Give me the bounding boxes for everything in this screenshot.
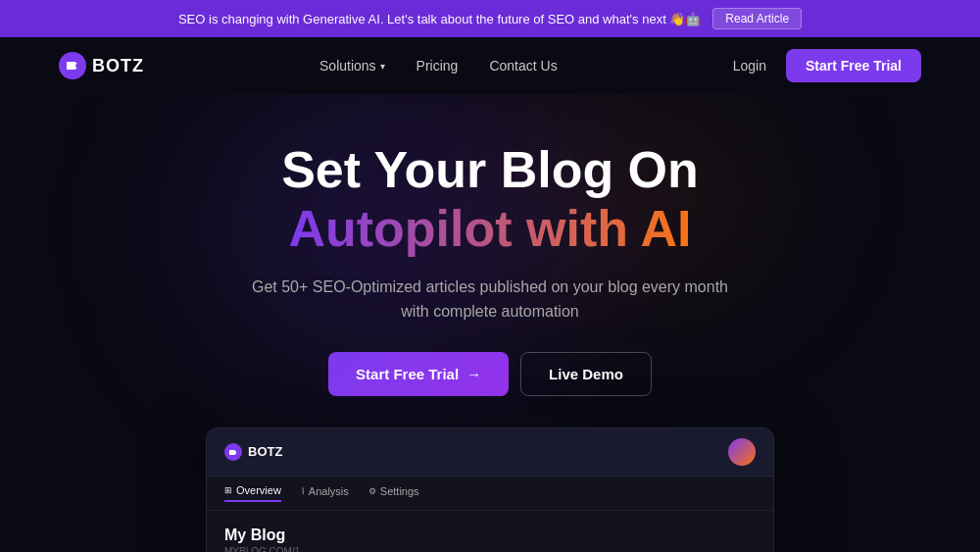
logo-icon xyxy=(59,52,86,79)
tab-overview[interactable]: ⊞ Overview xyxy=(224,484,281,502)
hero-section: Set Your Blog On Autopilot with AI Get 5… xyxy=(0,94,980,427)
svg-point-1 xyxy=(75,64,79,68)
logo[interactable]: BOTZ xyxy=(59,52,144,79)
hero-buttons: Start Free Trial → Live Demo xyxy=(20,352,960,396)
nav-pricing[interactable]: Pricing xyxy=(416,58,459,74)
dashboard-content: My Blog MYBLOG.COM/1 Hey Saurabh Here's … xyxy=(207,511,773,552)
hero-start-trial-button[interactable]: Start Free Trial → xyxy=(328,352,509,396)
start-trial-button[interactable]: Start Free Trial xyxy=(786,49,921,82)
navbar: BOTZ Solutions ▾ Pricing Contact Us Logi… xyxy=(0,37,980,94)
read-article-button[interactable]: Read Article xyxy=(712,8,802,29)
hero-title-line2: Autopilot with AI xyxy=(288,200,691,257)
gear-icon: ⚙ xyxy=(368,486,376,496)
logo-text: BOTZ xyxy=(92,56,144,76)
nav-actions: Login Start Free Trial xyxy=(733,49,921,82)
dashboard-logo-icon xyxy=(224,443,242,461)
tab-settings[interactable]: ⚙ Settings xyxy=(368,484,419,502)
login-button[interactable]: Login xyxy=(733,58,766,74)
dashboard-header: BOTZ xyxy=(207,428,773,477)
chart-icon: ⌇ xyxy=(301,486,305,496)
hero-title: Set Your Blog On Autopilot with AI xyxy=(20,141,960,259)
top-banner: SEO is changing with Generative AI. Let'… xyxy=(0,0,980,37)
dashboard-avatar xyxy=(728,438,756,466)
dashboard-preview: BOTZ ⊞ Overview ⌇ Analysis ⚙ Settings My… xyxy=(206,427,774,552)
dashboard-logo: BOTZ xyxy=(224,443,282,461)
dashboard-tabs: ⊞ Overview ⌇ Analysis ⚙ Settings xyxy=(207,477,773,511)
banner-text: SEO is changing with Generative AI. Let'… xyxy=(178,12,701,26)
nav-solutions[interactable]: Solutions ▾ xyxy=(319,58,385,74)
tab-analysis[interactable]: ⌇ Analysis xyxy=(301,484,349,502)
blog-url: MYBLOG.COM/1 xyxy=(224,546,756,552)
chevron-down-icon: ▾ xyxy=(380,61,385,72)
grid-icon: ⊞ xyxy=(224,485,232,495)
blog-title: My Blog xyxy=(224,527,756,544)
hero-title-line1: Set Your Blog On xyxy=(281,141,699,198)
nav-contact[interactable]: Contact Us xyxy=(489,58,557,74)
arrow-right-icon: → xyxy=(466,366,481,382)
nav-links: Solutions ▾ Pricing Contact Us xyxy=(319,58,558,74)
hero-subtitle: Get 50+ SEO-Optimized articles published… xyxy=(20,275,960,325)
hero-live-demo-button[interactable]: Live Demo xyxy=(520,352,652,396)
